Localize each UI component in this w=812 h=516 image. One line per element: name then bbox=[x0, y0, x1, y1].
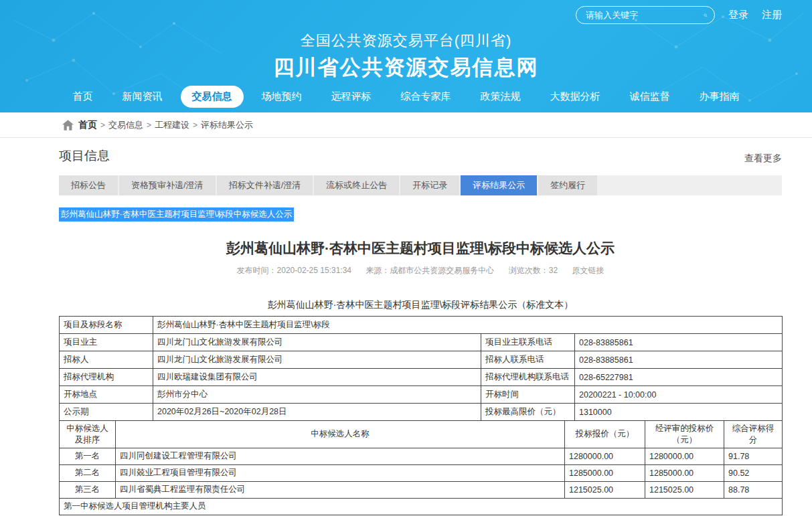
info-value: 四川欧瑞建设集团有限公司 bbox=[153, 369, 481, 386]
info-value: 2020年02月26日~2020年02月28日 bbox=[153, 404, 481, 421]
candidate-rank: 第二名 bbox=[60, 464, 116, 481]
candidate-rank: 第一名 bbox=[60, 448, 116, 464]
main-content: 项目信息 查看更多 招标公告 资格预审补遗/澄清 招标文件补遗/澄清 流标或终止… bbox=[0, 138, 812, 515]
main-nav: 首页 新闻资讯 交易信息 场地预约 远程评标 综合专家库 政策法规 大数据分析 … bbox=[0, 86, 812, 108]
table-header-row: 中标候选人及排序 中标候选人名称 投标报价（元） 经评审的投标价（元） 综合评标… bbox=[60, 421, 783, 448]
candidate-score: 88.78 bbox=[724, 481, 783, 498]
info-value: 028-65227981 bbox=[575, 369, 783, 386]
table-row: 开标地点 彭州市分中心 开标时间 20200221 - 10:00:00 bbox=[60, 386, 783, 404]
info-value: 1310000 bbox=[575, 404, 783, 421]
original-link[interactable]: 原文链接 bbox=[572, 266, 604, 275]
nav-item-guide[interactable]: 办事指南 bbox=[688, 86, 751, 108]
nav-item-venue-booking[interactable]: 场地预约 bbox=[250, 86, 313, 108]
info-value: 四川龙门山文化旅游发展有限公司 bbox=[153, 351, 481, 369]
site-header: 登录 注册 全国公共资源交易平台(四川省) 四川省公共资源交易信息网 首页 新闻… bbox=[0, 0, 812, 112]
search-icon[interactable] bbox=[704, 9, 708, 21]
login-link[interactable]: 登录 bbox=[728, 9, 748, 21]
breadcrumb-result-publicity: 评标结果公示 bbox=[201, 119, 253, 131]
search-box[interactable] bbox=[576, 6, 715, 24]
candidate-score: 90.52 bbox=[724, 464, 783, 481]
table-row: 第二名 四川兢业工程项目管理有限公司 1285000.00 1285000.00… bbox=[60, 464, 783, 481]
nav-item-bigdata[interactable]: 大数据分析 bbox=[539, 86, 612, 108]
article-title: 彭州葛仙山林野·杏林中医主题村项目监理\标段中标候选人公示 bbox=[59, 239, 782, 258]
publish-time-value: 2020-02-25 15:31:34 bbox=[277, 266, 351, 275]
info-label: 项目及标段名称 bbox=[60, 317, 153, 334]
register-link[interactable]: 注册 bbox=[762, 9, 782, 21]
candidate-bid: 1280000.00 bbox=[565, 448, 645, 464]
breadcrumb-home[interactable]: 首页 bbox=[78, 119, 97, 131]
table-row: 招标代理机构 四川欧瑞建设集团有限公司 招标代理机构联系电话 028-65227… bbox=[60, 369, 783, 386]
candidate-evaluated: 1285000.00 bbox=[645, 464, 724, 481]
project-tabs: 招标公告 资格预审补遗/澄清 招标文件补遗/澄清 流标或终止公告 开标记录 评标… bbox=[59, 175, 782, 195]
views-value: 32 bbox=[549, 266, 558, 275]
search-input[interactable] bbox=[586, 10, 704, 20]
info-label: 投标最高限价（元） bbox=[481, 404, 575, 421]
breadcrumb-separator: > bbox=[147, 120, 151, 130]
info-label: 招标代理机构 bbox=[60, 369, 153, 386]
info-label: 招标人 bbox=[60, 351, 153, 369]
tab-bid-opening-record[interactable]: 开标记录 bbox=[400, 175, 459, 195]
table-row: 第三名 四川省蜀典工程监理有限责任公司 1215025.00 1215025.0… bbox=[60, 481, 783, 498]
tab-bid-announcement[interactable]: 招标公告 bbox=[59, 175, 118, 195]
tab-contract-performance[interactable]: 签约履行 bbox=[538, 175, 597, 195]
breadcrumb-construction[interactable]: 工程建设 bbox=[155, 119, 189, 131]
topbar: 登录 注册 bbox=[576, 6, 782, 24]
views-label: 浏览次数： bbox=[509, 266, 549, 275]
info-value: 028-83885861 bbox=[575, 351, 783, 369]
col-header-bid-price: 投标报价（元） bbox=[565, 421, 645, 448]
breadcrumb-trade-info[interactable]: 交易信息 bbox=[108, 119, 143, 131]
nav-item-news[interactable]: 新闻资讯 bbox=[111, 86, 174, 108]
table-row: 公示期 2020年02月26日~2020年02月28日 投标最高限价（元） 13… bbox=[60, 404, 783, 421]
source-value: 成都市公共资源交易服务中心 bbox=[390, 266, 494, 275]
publish-time-label: 发布时间： bbox=[237, 266, 277, 275]
info-label: 公示期 bbox=[60, 404, 153, 421]
info-value: 彭州葛仙山林野·杏林中医主题村项目监理\标段 bbox=[153, 317, 783, 334]
table-row: 招标人 四川龙门山文化旅游发展有限公司 招标人联系电话 028-83885861 bbox=[60, 351, 783, 369]
candidate-name: 四川兢业工程项目管理有限公司 bbox=[116, 464, 565, 481]
candidate-score: 91.78 bbox=[724, 448, 783, 464]
candidate-bid: 1215025.00 bbox=[565, 481, 645, 498]
col-header-rank: 中标候选人及排序 bbox=[60, 421, 116, 448]
nav-item-trade-info[interactable]: 交易信息 bbox=[181, 86, 244, 108]
table-row: 第一名 四川同创建设工程管理有限公司 1280000.00 1280000.00… bbox=[60, 448, 783, 464]
table-row: 项目及标段名称 彭州葛仙山林野·杏林中医主题村项目监理\标段 bbox=[60, 317, 783, 334]
candidate-rank: 第三名 bbox=[60, 481, 116, 498]
project-info-table: 项目及标段名称 彭州葛仙山林野·杏林中医主题村项目监理\标段 项目业主 四川龙门… bbox=[59, 316, 783, 421]
candidates-table: 中标候选人及排序 中标候选人名称 投标报价（元） 经评审的投标价（元） 综合评标… bbox=[59, 420, 783, 515]
info-value: 四川龙门山文化旅游发展有限公司 bbox=[153, 334, 481, 351]
result-table-title: 彭州葛仙山林野·杏林中医主题村项目监理\标段评标结果公示（标准文本） bbox=[59, 299, 782, 311]
footer-section-label: 第一中标候选人项目管理机构主要人员 bbox=[60, 498, 783, 515]
home-icon[interactable] bbox=[62, 120, 74, 131]
info-label: 项目业主联系电话 bbox=[481, 334, 575, 351]
tab-failed-terminated[interactable]: 流标或终止公告 bbox=[314, 175, 399, 195]
col-header-evaluated-price: 经评审的投标价（元） bbox=[645, 421, 724, 448]
breadcrumb-separator: > bbox=[193, 120, 197, 130]
col-header-score: 综合评标得分 bbox=[724, 421, 783, 448]
breadcrumb: 首页 > 交易信息 > 工程建设 > 评标结果公示 bbox=[0, 112, 812, 138]
info-label: 招标代理机构联系电话 bbox=[481, 369, 575, 386]
nav-item-integrity[interactable]: 诚信监督 bbox=[619, 86, 681, 108]
source-label: 来源： bbox=[366, 266, 390, 275]
nav-item-home[interactable]: 首页 bbox=[62, 86, 104, 108]
result-list-item-link[interactable]: 彭州葛仙山林野·杏林中医主题村项目监理\标段中标候选人公示 bbox=[59, 207, 294, 222]
candidate-name: 四川同创建设工程管理有限公司 bbox=[116, 448, 565, 464]
table-row: 第一中标候选人项目管理机构主要人员 bbox=[60, 498, 783, 515]
tab-prequalification-clarification[interactable]: 资格预审补遗/澄清 bbox=[119, 175, 216, 195]
table-row: 项目业主 四川龙门山文化旅游发展有限公司 项目业主联系电话 028-838858… bbox=[60, 334, 783, 351]
tab-evaluation-result[interactable]: 评标结果公示 bbox=[461, 175, 537, 195]
site-title: 四川省公共资源交易信息网 bbox=[0, 54, 812, 82]
candidate-evaluated: 1280000.00 bbox=[645, 448, 724, 464]
page-title: 项目信息 bbox=[59, 147, 110, 165]
nav-item-remote-evaluation[interactable]: 远程评标 bbox=[320, 86, 383, 108]
nav-item-expert-pool[interactable]: 综合专家库 bbox=[390, 86, 463, 108]
article-meta: 发布时间：2020-02-25 15:31:34 来源：成都市公共资源交易服务中… bbox=[59, 265, 782, 276]
tab-bid-doc-clarification[interactable]: 招标文件补遗/澄清 bbox=[217, 175, 313, 195]
platform-title: 全国公共资源交易平台(四川省) bbox=[0, 31, 812, 51]
view-more-link[interactable]: 查看更多 bbox=[744, 153, 782, 165]
breadcrumb-separator: > bbox=[100, 120, 105, 130]
info-value: 028-83885861 bbox=[575, 334, 783, 351]
candidate-name: 四川省蜀典工程监理有限责任公司 bbox=[116, 481, 565, 498]
info-label: 开标地点 bbox=[60, 386, 153, 404]
candidate-bid: 1285000.00 bbox=[565, 464, 645, 481]
nav-item-policies[interactable]: 政策法规 bbox=[469, 86, 532, 108]
